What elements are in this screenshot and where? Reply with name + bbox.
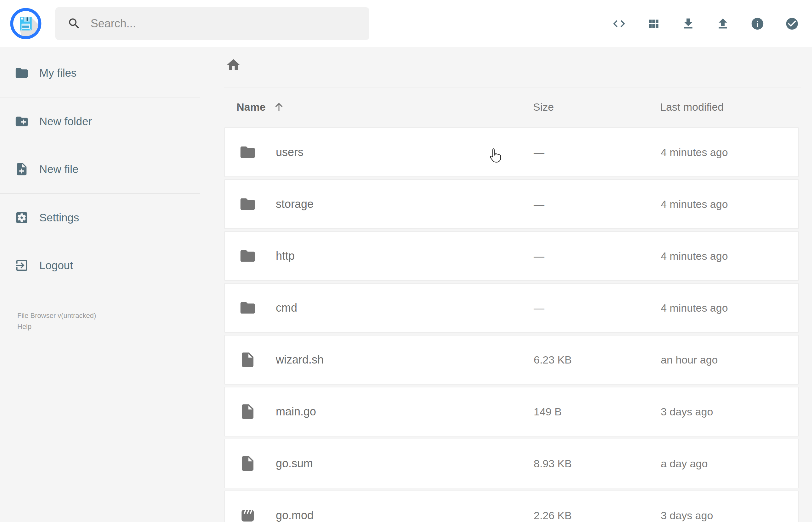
- file-row[interactable]: storage — 4 minutes ago: [224, 179, 799, 229]
- file-size: 2.26 KB: [534, 509, 572, 522]
- sidebar-item-my-files[interactable]: My files: [0, 49, 207, 97]
- column-header-modified[interactable]: Last modified: [660, 101, 724, 113]
- file-size: 8.93 KB: [534, 458, 572, 470]
- search-icon: [67, 17, 81, 31]
- file-modified: 4 minutes ago: [661, 250, 728, 262]
- folder-icon: [239, 144, 256, 161]
- column-header-size[interactable]: Size: [533, 101, 554, 113]
- floppy-disk-logo-icon: [9, 7, 42, 40]
- sidebar: My files New folder New file Settings Lo…: [0, 47, 207, 289]
- sort-ascending-icon: [273, 101, 285, 113]
- file-size: —: [534, 146, 544, 159]
- sidebar-item-label: Settings: [39, 211, 79, 224]
- listing-column-headers: Name Size Last modified: [224, 98, 799, 116]
- file-size: 149 B: [534, 406, 562, 418]
- file-modified: 3 days ago: [661, 406, 713, 418]
- folder-icon: [239, 247, 256, 265]
- file-icon: [239, 351, 256, 368]
- grid-view-icon: [647, 17, 661, 31]
- movie-icon: [239, 507, 256, 522]
- sidebar-item-label: Logout: [39, 259, 73, 272]
- column-header-name[interactable]: Name: [237, 101, 285, 113]
- file-name: go.mod: [276, 509, 313, 522]
- file-size: —: [534, 198, 544, 210]
- file-name: wizard.sh: [276, 353, 324, 366]
- breadcrumb-home-button[interactable]: [226, 57, 241, 72]
- file-row[interactable]: users — 4 minutes ago: [224, 127, 799, 177]
- file-modified: 4 minutes ago: [661, 198, 728, 210]
- sidebar-item-settings[interactable]: Settings: [0, 194, 207, 241]
- file-size: 6.23 KB: [534, 354, 572, 366]
- new-folder-icon: [15, 114, 29, 128]
- version-link[interactable]: File Browser v(untracked): [17, 310, 96, 321]
- file-name: users: [276, 146, 303, 159]
- file-icon: [239, 455, 256, 472]
- sidebar-item-logout[interactable]: Logout: [0, 241, 207, 289]
- home-icon: [226, 57, 241, 72]
- logout-icon: [15, 258, 29, 273]
- download-button[interactable]: [681, 16, 696, 31]
- header-actions: [611, 0, 799, 47]
- file-row[interactable]: main.go 149 B 3 days ago: [224, 387, 799, 437]
- info-icon: [750, 17, 765, 31]
- file-size: —: [534, 250, 544, 262]
- file-modified: 4 minutes ago: [661, 146, 728, 159]
- new-file-icon: [15, 162, 29, 176]
- upload-button[interactable]: [715, 16, 730, 31]
- file-row[interactable]: wizard.sh 6.23 KB an hour ago: [224, 335, 799, 385]
- help-link[interactable]: Help: [17, 321, 96, 332]
- file-name: http: [276, 249, 295, 263]
- file-row[interactable]: http — 4 minutes ago: [224, 231, 799, 281]
- file-name: main.go: [276, 405, 316, 418]
- file-modified: 3 days ago: [661, 509, 713, 522]
- info-button[interactable]: [750, 16, 765, 31]
- search-bar[interactable]: [55, 7, 369, 40]
- sidebar-item-new-file[interactable]: New file: [0, 145, 207, 193]
- file-browser-app: My files New folder New file Settings Lo…: [0, 0, 812, 522]
- app-header: [0, 0, 812, 47]
- file-modified: an hour ago: [661, 354, 718, 366]
- sidebar-item-label: New folder: [39, 115, 92, 128]
- file-row[interactable]: go.sum 8.93 KB a day ago: [224, 439, 799, 488]
- settings-icon: [15, 210, 29, 225]
- search-input[interactable]: [90, 17, 349, 31]
- code-icon: [612, 17, 626, 31]
- sidebar-item-new-folder[interactable]: New folder: [0, 98, 207, 145]
- file-modified: a day ago: [661, 458, 708, 470]
- check-circle-icon: [785, 17, 799, 31]
- file-name: cmd: [276, 301, 297, 315]
- upload-icon: [716, 17, 730, 31]
- file-row[interactable]: go.mod 2.26 KB 3 days ago: [224, 490, 799, 522]
- file-name: go.sum: [276, 457, 313, 470]
- file-modified: 4 minutes ago: [661, 302, 728, 314]
- file-name: storage: [276, 198, 313, 211]
- file-icon: [239, 403, 256, 420]
- file-size: —: [534, 302, 544, 314]
- sidebar-item-label: My files: [39, 67, 77, 79]
- select-multiple-button[interactable]: [784, 16, 799, 31]
- file-row[interactable]: cmd — 4 minutes ago: [224, 283, 799, 333]
- app-logo[interactable]: [9, 7, 42, 40]
- folder-icon: [239, 299, 256, 317]
- grid-view-button[interactable]: [646, 16, 661, 31]
- download-icon: [681, 17, 695, 31]
- folder-icon: [15, 66, 29, 80]
- sidebar-credits: File Browser v(untracked) Help: [17, 310, 96, 332]
- sidebar-item-label: New file: [39, 163, 78, 176]
- breadcrumb-divider: [224, 87, 801, 87]
- code-view-button[interactable]: [611, 16, 627, 31]
- folder-icon: [239, 196, 256, 213]
